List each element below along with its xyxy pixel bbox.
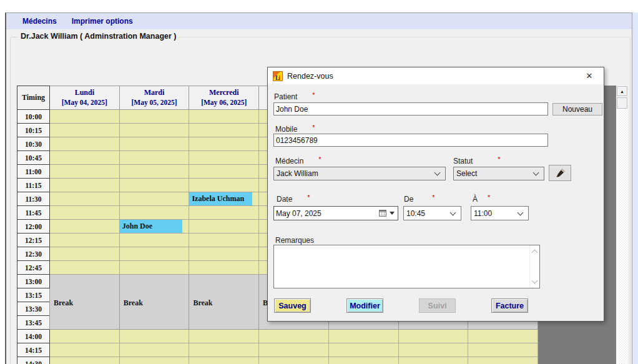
- appointment[interactable]: John Doe: [120, 220, 183, 233]
- time-label: 12:30: [17, 247, 50, 261]
- calendar-slot[interactable]: [50, 261, 120, 275]
- calendar-slot[interactable]: [50, 192, 120, 206]
- calendar-slot[interactable]: [259, 330, 329, 343]
- calendar-slot[interactable]: [189, 357, 259, 364]
- medecin-required-mark: *: [318, 155, 321, 163]
- calendar-slot[interactable]: [398, 330, 468, 343]
- scroll-up-button[interactable]: ▲: [617, 86, 627, 96]
- calendar-slot[interactable]: [119, 261, 189, 275]
- date-label-row: Date*: [277, 193, 310, 204]
- calendar-slot[interactable]: [119, 234, 189, 247]
- calendar-slot[interactable]: [119, 247, 189, 261]
- time-label: 13:45: [17, 316, 50, 330]
- calendar-slot[interactable]: [50, 110, 120, 124]
- modifier-button[interactable]: Modifier: [346, 298, 383, 313]
- chevron-up-icon[interactable]: [532, 250, 538, 256]
- calendar-slot[interactable]: [119, 343, 189, 357]
- calendar-slot[interactable]: [259, 357, 329, 364]
- menu-item[interactable]: Médecins: [22, 17, 57, 26]
- calendar-slot[interactable]: [50, 206, 120, 220]
- statut-label-row: Statut*: [453, 155, 501, 166]
- suivi-button[interactable]: Suivi: [419, 298, 456, 313]
- remarques-field: [273, 245, 540, 288]
- calendar-slot[interactable]: [189, 343, 259, 357]
- calendar-slot[interactable]: [189, 234, 259, 247]
- calendar-slot[interactable]: [189, 206, 259, 220]
- time-label: 11:30: [17, 192, 50, 206]
- calendar-slot[interactable]: Izabela Uchman: [189, 192, 259, 206]
- a-time-select[interactable]: 11:00: [471, 206, 529, 220]
- calendar-slot[interactable]: [119, 179, 189, 192]
- patient-input[interactable]: [273, 102, 548, 116]
- medecin-label-row: Médecin*: [275, 155, 321, 166]
- calendar-slot[interactable]: [119, 330, 189, 343]
- calendar-slot[interactable]: [189, 179, 259, 192]
- calendar-slot[interactable]: [119, 137, 189, 151]
- dialog-button-row: SauvegModifierSuiviFacture: [268, 298, 604, 313]
- de-time-select[interactable]: 10:45: [403, 206, 461, 220]
- calendar-slot[interactable]: [119, 110, 189, 124]
- calendar-slot[interactable]: John Doe: [119, 220, 189, 234]
- calendar-slot[interactable]: [50, 137, 120, 151]
- statut-select[interactable]: Select: [453, 167, 544, 180]
- calendar-slot[interactable]: [398, 343, 468, 357]
- calendar-slot[interactable]: [50, 330, 120, 343]
- textarea-scrollbar[interactable]: [529, 245, 539, 288]
- brush-button[interactable]: [549, 165, 571, 181]
- calendar-slot[interactable]: [189, 110, 259, 124]
- calendar-slot[interactable]: [119, 206, 189, 220]
- calendar-slot[interactable]: [50, 234, 120, 247]
- calendar-slot[interactable]: [119, 165, 189, 179]
- de-required-mark: *: [432, 194, 434, 201]
- dialog-titlebar[interactable]: Li Rendez-vous ✕: [268, 67, 604, 84]
- calendar-slot[interactable]: [50, 124, 120, 137]
- calendar-slot[interactable]: [50, 151, 120, 165]
- calendar-slot[interactable]: [398, 357, 468, 364]
- calendar-slot[interactable]: [328, 330, 398, 343]
- close-icon[interactable]: ✕: [580, 67, 599, 84]
- calendar-slot[interactable]: [119, 124, 189, 137]
- calendar-slot[interactable]: [50, 343, 120, 357]
- appointment[interactable]: Izabela Uchman: [189, 192, 252, 205]
- sauveg-button[interactable]: Sauveg: [274, 298, 311, 313]
- calendar-slot[interactable]: [119, 357, 189, 364]
- date-picker[interactable]: May 07, 2025: [273, 206, 398, 220]
- mobile-input[interactable]: [273, 134, 548, 147]
- patient-label: Patient: [274, 92, 297, 101]
- chevron-down-icon[interactable]: [532, 278, 538, 284]
- scrollbar-thumb[interactable]: [617, 97, 627, 109]
- break-cell: Break: [119, 275, 189, 330]
- brush-icon: [555, 168, 566, 179]
- calendar-slot[interactable]: [50, 179, 120, 192]
- medecin-selected-value: Jack William: [277, 169, 445, 178]
- mobile-label-row: Mobile*: [275, 123, 315, 134]
- nouveau-button[interactable]: Nouveau: [552, 103, 602, 116]
- calendar-slot[interactable]: [189, 124, 259, 137]
- calendar-slot[interactable]: [189, 220, 259, 234]
- remarques-textarea[interactable]: [274, 245, 529, 288]
- medecin-select[interactable]: Jack William: [273, 167, 446, 180]
- calendar-slot[interactable]: [189, 261, 259, 275]
- calendar-slot[interactable]: [50, 220, 120, 234]
- menu-item[interactable]: Imprimer options: [72, 17, 133, 26]
- calendar-slot[interactable]: [328, 343, 398, 357]
- calendar-slot[interactable]: [119, 192, 189, 206]
- calendar-slot[interactable]: [468, 357, 538, 364]
- calendar-slot[interactable]: [189, 151, 259, 165]
- day-column-header: Mercredi[May 06, 2025]: [189, 86, 259, 110]
- calendar-slot[interactable]: [259, 343, 329, 357]
- calendar-slot[interactable]: [189, 137, 259, 151]
- calendar-slot[interactable]: [50, 247, 120, 261]
- calendar-slot[interactable]: [50, 165, 120, 179]
- calendar-slot[interactable]: [50, 357, 120, 364]
- dialog-title: Rendez-vous: [287, 72, 580, 81]
- calendar-slot[interactable]: [119, 151, 189, 165]
- calendar-slot[interactable]: [189, 330, 259, 343]
- calendar-slot[interactable]: [328, 357, 398, 364]
- calendar-slot[interactable]: [189, 247, 259, 261]
- calendar-slot[interactable]: [468, 343, 538, 357]
- vertical-scrollbar[interactable]: ▲: [616, 86, 628, 364]
- calendar-slot[interactable]: [468, 330, 538, 343]
- facture-button[interactable]: Facture: [491, 298, 528, 313]
- calendar-slot[interactable]: [189, 165, 259, 179]
